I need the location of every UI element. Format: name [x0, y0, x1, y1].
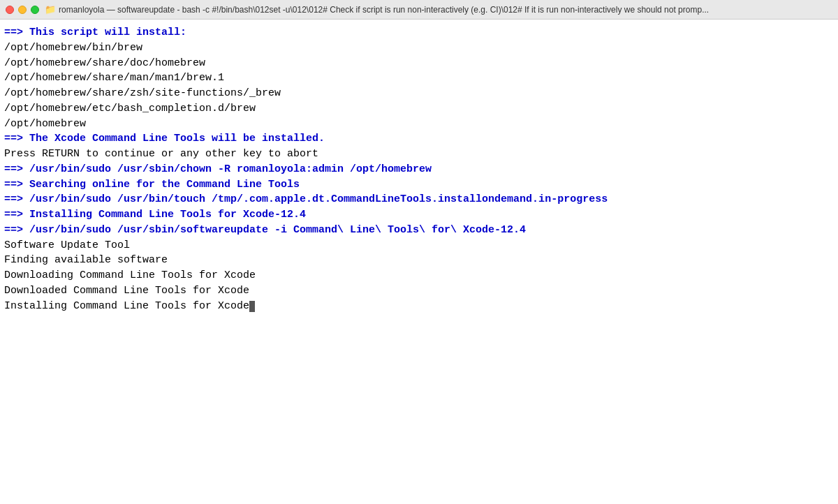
terminal-line: ==> /usr/bin/sudo /usr/sbin/chown -R rom… — [4, 162, 834, 177]
terminal-body: ==> This script will install:/opt/homebr… — [0, 20, 838, 504]
terminal-line: ==> Searching online for the Command Lin… — [4, 177, 834, 193]
terminal-line: Software Update Tool — [4, 238, 834, 253]
terminal-line: /opt/homebrew/share/man/man1/brew.1 — [4, 71, 834, 86]
terminal-cursor — [249, 301, 255, 312]
terminal-line: ==> This script will install: — [4, 25, 834, 40]
terminal-line: /opt/homebrew/share/zsh/site-functions/_… — [4, 86, 834, 101]
close-button[interactable] — [6, 6, 14, 14]
terminal-line: /opt/homebrew — [4, 117, 834, 132]
maximize-button[interactable] — [31, 6, 39, 14]
terminal-line: Installing Command Line Tools for Xcode — [4, 299, 834, 314]
terminal-line: ==> /usr/bin/sudo /usr/bin/touch /tmp/.c… — [4, 192, 834, 207]
terminal-line: Finding available software — [4, 253, 834, 268]
terminal-line: /opt/homebrew/etc/bash_completion.d/brew — [4, 101, 834, 117]
terminal-line: Press RETURN to continue or any other ke… — [4, 147, 834, 162]
folder-icon: 📁 — [45, 4, 56, 15]
terminal-line: ==> The Xcode Command Line Tools will be… — [4, 131, 834, 147]
window-title: romanloyola — softwareupdate - bash -c #… — [59, 5, 709, 15]
terminal-line: ==> Installing Command Line Tools for Xc… — [4, 207, 834, 223]
terminal-line: Downloading Command Line Tools for Xcode — [4, 268, 834, 283]
terminal-line: ==> /usr/bin/sudo /usr/sbin/softwareupda… — [4, 223, 834, 238]
title-bar: 📁 romanloyola — softwareupdate - bash -c… — [0, 0, 838, 20]
terminal-line: Downloaded Command Line Tools for Xcode — [4, 283, 834, 299]
terminal-line: /opt/homebrew/bin/brew — [4, 40, 834, 56]
terminal-line: /opt/homebrew/share/doc/homebrew — [4, 56, 834, 71]
minimize-button[interactable] — [18, 6, 27, 14]
traffic-lights — [6, 6, 39, 14]
